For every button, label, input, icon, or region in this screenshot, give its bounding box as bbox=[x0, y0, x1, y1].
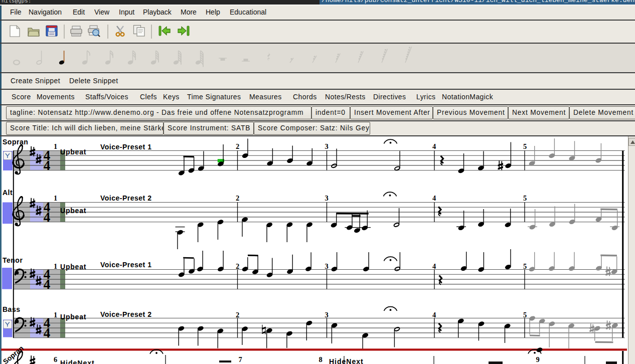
svg-text:Voice-Preset 2: Voice-Preset 2 bbox=[100, 310, 151, 318]
svg-text:5: 5 bbox=[523, 311, 527, 319]
svg-text:7: 7 bbox=[238, 355, 242, 363]
svg-text:Upbeat: Upbeat bbox=[60, 148, 86, 156]
svg-text:Voice-Preset 1: Voice-Preset 1 bbox=[100, 261, 151, 269]
svg-text:4: 4 bbox=[432, 311, 436, 319]
svg-text:Sopran: Sopran bbox=[2, 344, 25, 364]
svg-text:Upbeat: Upbeat bbox=[60, 207, 86, 215]
svg-text:Sopran: Sopran bbox=[3, 138, 28, 146]
svg-text:2: 2 bbox=[236, 194, 239, 202]
svg-text:HideNext: HideNext bbox=[329, 357, 364, 364]
svg-text:1: 1 bbox=[54, 142, 57, 150]
svg-text:8: 8 bbox=[319, 355, 322, 363]
svg-text:4: 4 bbox=[44, 158, 51, 173]
svg-text:1: 1 bbox=[54, 262, 57, 270]
svg-text:3: 3 bbox=[325, 194, 328, 202]
svg-text:4: 4 bbox=[432, 262, 436, 270]
svg-text:2: 2 bbox=[236, 311, 239, 319]
svg-text:Tenor: Tenor bbox=[3, 256, 23, 264]
svg-text:6: 6 bbox=[54, 355, 57, 363]
svg-text:3: 3 bbox=[325, 311, 328, 319]
svg-text:Voice-Preset 2: Voice-Preset 2 bbox=[100, 194, 151, 202]
svg-text:9: 9 bbox=[536, 355, 539, 363]
svg-text:Alt: Alt bbox=[3, 189, 13, 197]
svg-text:5: 5 bbox=[523, 262, 527, 270]
svg-text:1: 1 bbox=[54, 311, 57, 319]
svg-text:Bass: Bass bbox=[3, 305, 20, 313]
svg-text:Upbeat: Upbeat bbox=[60, 263, 86, 271]
svg-text:4: 4 bbox=[44, 277, 51, 292]
svg-text:3: 3 bbox=[325, 142, 328, 150]
svg-text:Upbeat: Upbeat bbox=[60, 313, 86, 321]
svg-text:5: 5 bbox=[523, 194, 527, 202]
svg-text:4: 4 bbox=[432, 142, 436, 150]
svg-text:3: 3 bbox=[325, 262, 328, 270]
svg-text:4: 4 bbox=[432, 194, 436, 202]
svg-text:Voice-Preset 1: Voice-Preset 1 bbox=[100, 143, 151, 151]
svg-text:HideNext: HideNext bbox=[60, 359, 95, 364]
svg-text:5: 5 bbox=[523, 142, 527, 150]
svg-text:4: 4 bbox=[44, 210, 51, 225]
svg-text:2: 2 bbox=[236, 262, 239, 270]
svg-text:1: 1 bbox=[54, 194, 57, 202]
svg-text:2: 2 bbox=[236, 142, 239, 150]
svg-text:4: 4 bbox=[44, 325, 51, 340]
